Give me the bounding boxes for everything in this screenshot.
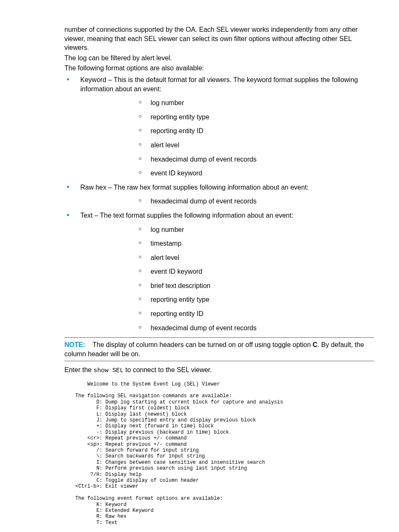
keyword-sub-item: alert level <box>80 141 374 150</box>
text-sub-item: reporting entity type <box>80 295 374 304</box>
format-options-paragraph: The following format options are also av… <box>25 64 374 73</box>
enter-command-paragraph: Enter the show SEL to connect to the SEL… <box>25 365 374 375</box>
keyword-sub-item: log number <box>80 98 374 108</box>
enter-prefix: Enter the <box>64 366 93 373</box>
intro-paragraph: number of connections supported by the O… <box>25 25 374 52</box>
keyword-sub-item: hexadecimal dump of event records <box>80 155 374 164</box>
keyword-sub-item: reporting entity ID <box>80 126 374 136</box>
rawhex-sub-item: hexadecimal dump of event records <box>80 197 374 206</box>
bullet-text-text: Text – The text format supplies the foll… <box>80 212 293 219</box>
text-sub-item: event ID keyword <box>80 267 374 276</box>
note-bold-option: C <box>313 341 318 348</box>
bullet-keyword-text: Keyword – This is the default format for… <box>80 76 358 93</box>
sel-viewer-help-output: Welcome to the System Event Log (SEL) Vi… <box>75 381 374 526</box>
bullet-text: Text – The text format supplies the foll… <box>25 211 374 332</box>
bullet-rawhex-text: Raw hex – The raw hex format supplies fo… <box>80 184 309 191</box>
note-label: NOTE: <box>64 341 85 348</box>
text-sub-item: brief text description <box>80 281 374 290</box>
keyword-sub-item: reporting entity type <box>80 113 374 122</box>
note-text-part1: The display of column headers can be tur… <box>92 341 312 348</box>
text-sub-item: alert level <box>80 253 374 262</box>
bullet-rawhex: Raw hex – The raw hex format supplies fo… <box>25 183 374 206</box>
text-sub-item: timestamp <box>80 239 374 248</box>
text-sub-item: reporting entity ID <box>80 309 374 319</box>
enter-suffix: to connect to the SEL viewer. <box>123 366 212 373</box>
enter-command: show SEL <box>93 367 123 374</box>
text-sub-item: log number <box>80 225 374 234</box>
note-block: NOTE: The display of column headers can … <box>64 337 374 361</box>
text-sub-item: hexadecimal dump of event records <box>80 324 374 333</box>
filter-paragraph: The log can be filtered by alert level. <box>25 54 374 63</box>
keyword-sub-item: event ID keyword <box>80 169 374 178</box>
bullet-keyword: Keyword – This is the default format for… <box>25 75 374 178</box>
